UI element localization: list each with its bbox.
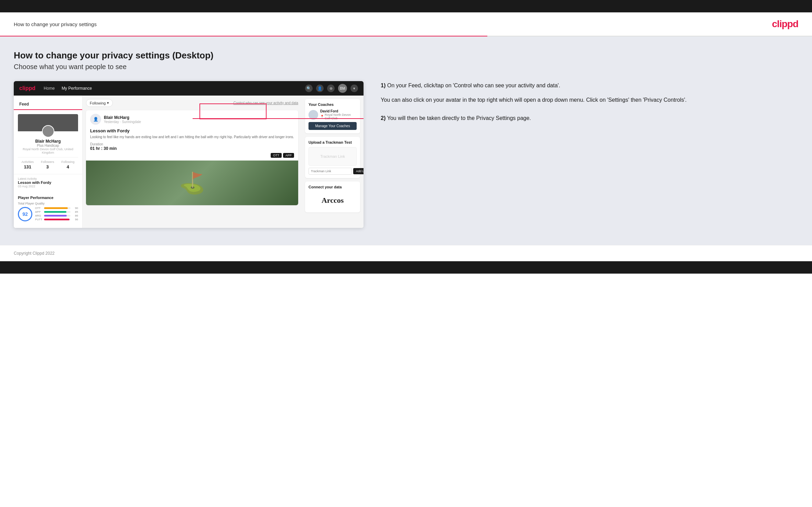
app-screenshot: clippd Home My Performance 🔍 👤 ⊕ BM ▾ bbox=[14, 81, 364, 228]
person-icon[interactable]: 👤 bbox=[316, 85, 324, 92]
profile-stats: Activities 131 Followers 3 Following 4 bbox=[18, 157, 78, 170]
profile-handicap: Plus Handicap bbox=[18, 144, 78, 147]
following-label: Following bbox=[61, 160, 74, 164]
trackman-title: Upload a Trackman Test bbox=[308, 140, 357, 144]
main-content: How to change your privacy settings (Des… bbox=[0, 36, 812, 245]
perf-content: 92 OTT 90 APP bbox=[18, 207, 78, 222]
activity-user-avatar: 👤 bbox=[90, 114, 101, 125]
coach-avatar bbox=[308, 110, 318, 120]
profile-banner bbox=[18, 114, 78, 131]
header-title: How to change your privacy settings bbox=[14, 21, 97, 27]
bottom-bar bbox=[0, 261, 812, 274]
app-right-panel: Your Coaches David Ford 📍 Royal North De… bbox=[302, 96, 364, 228]
profile-card: Blair McHarg Plus Handicap Royal North D… bbox=[14, 110, 82, 174]
latest-activity-date: 03 Aug 2022 bbox=[18, 185, 78, 188]
following-button[interactable]: Following ▾ bbox=[86, 99, 113, 107]
app-sidebar: Feed Blair McHarg Plus Handicap Royal No… bbox=[14, 96, 83, 228]
coach-item: David Ford 📍 Royal North Devon Golf Club bbox=[308, 109, 357, 120]
arccos-title: Connect your data bbox=[308, 185, 357, 189]
activity-header: 👤 Blair McHarg Yesterday · Sunningdale bbox=[86, 110, 298, 128]
trackman-placeholder: Trackman Link bbox=[308, 147, 357, 166]
bar-ott: OTT 90 bbox=[35, 207, 78, 210]
following-bar: Following ▾ Control who can see your act… bbox=[86, 99, 298, 107]
activity-duration: Duration 01 hr : 30 min bbox=[86, 142, 298, 153]
logo: clippd bbox=[772, 19, 798, 30]
activities-label: Activities bbox=[21, 160, 34, 164]
instruction-1-text-2: You can also click on your avatar in the… bbox=[381, 96, 795, 104]
nav-home[interactable]: Home bbox=[44, 86, 55, 91]
instruction-1: 1) On your Feed, click/tap on 'Control w… bbox=[381, 81, 795, 104]
content-layout: clippd Home My Performance 🔍 👤 ⊕ BM ▾ bbox=[14, 81, 798, 228]
latest-activity-label: Latest Activity bbox=[18, 177, 78, 180]
activity-card: 👤 Blair McHarg Yesterday · Sunningdale L… bbox=[86, 110, 298, 205]
latest-activity-name: Lesson with Fordy bbox=[18, 180, 78, 185]
coaches-title: Your Coaches bbox=[308, 102, 357, 107]
instructions-panel: 1) On your Feed, click/tap on 'Control w… bbox=[377, 81, 798, 128]
following-value: 4 bbox=[67, 164, 69, 169]
app-navbar: clippd Home My Performance 🔍 👤 ⊕ BM ▾ bbox=[14, 81, 364, 96]
stat-activities: Activities 131 bbox=[21, 160, 34, 170]
activity-tags: OTT APP bbox=[86, 153, 298, 161]
nav-my-performance[interactable]: My Performance bbox=[62, 86, 92, 91]
trackman-input-row: Add Link bbox=[308, 168, 357, 175]
app-feed: Following ▾ Control who can see your act… bbox=[83, 96, 302, 228]
perf-score-circle: 92 bbox=[18, 207, 32, 221]
trackman-add-button[interactable]: Add Link bbox=[353, 168, 364, 174]
activity-description: Looking to feel like my hands are exitin… bbox=[86, 135, 298, 142]
top-bar bbox=[0, 0, 812, 12]
feed-tab[interactable]: Feed bbox=[14, 99, 82, 110]
app-nav-links: Home My Performance bbox=[44, 86, 92, 91]
tag-app: APP bbox=[283, 153, 294, 158]
activity-user-name: Blair McHarg bbox=[104, 115, 141, 120]
add-icon[interactable]: ⊕ bbox=[327, 85, 335, 92]
arccos-widget: Connect your data Arccos bbox=[305, 181, 360, 212]
coaches-widget: Your Coaches David Ford 📍 Royal North De… bbox=[305, 99, 360, 133]
page-heading: How to change your privacy settings (Des… bbox=[14, 50, 798, 61]
bar-app: APP 85 bbox=[35, 210, 78, 213]
app-nav-icons: 🔍 👤 ⊕ BM ▾ bbox=[305, 84, 358, 93]
coach-club: 📍 Royal North Devon Golf Club bbox=[320, 113, 357, 120]
app-screenshot-wrapper: clippd Home My Performance 🔍 👤 ⊕ BM ▾ bbox=[14, 81, 364, 228]
trackman-input[interactable] bbox=[308, 168, 352, 175]
activity-location: Yesterday · Sunningdale bbox=[104, 120, 141, 124]
control-link[interactable]: Control who can see your activity and da… bbox=[234, 101, 298, 105]
footer: Copyright Clippd 2022 bbox=[0, 245, 812, 261]
profile-name: Blair McHarg bbox=[18, 139, 78, 144]
perf-bars: OTT 90 APP 85 bbox=[35, 207, 78, 222]
user-avatar[interactable]: BM bbox=[338, 84, 347, 93]
bar-putt: PUTT 96 bbox=[35, 218, 78, 221]
stat-following: Following 4 bbox=[61, 160, 74, 170]
trackman-widget: Upload a Trackman Test Trackman Link Add… bbox=[305, 137, 360, 178]
manage-coaches-button[interactable]: Manage Your Coaches bbox=[308, 122, 357, 130]
player-performance: Player Performance Total Player Quality … bbox=[14, 193, 82, 224]
tag-ott: OTT bbox=[271, 153, 282, 158]
arccos-brand: Arccos bbox=[308, 192, 357, 209]
followers-value: 3 bbox=[46, 164, 49, 169]
player-perf-title: Player Performance bbox=[18, 196, 78, 200]
latest-activity: Latest Activity Lesson with Fordy 03 Aug… bbox=[14, 174, 82, 191]
activities-value: 131 bbox=[24, 164, 31, 169]
app-body: Feed Blair McHarg Plus Handicap Royal No… bbox=[14, 96, 364, 228]
instruction-1-number: 1) bbox=[381, 82, 386, 88]
chevron-down-icon[interactable]: ▾ bbox=[350, 85, 358, 92]
search-icon[interactable]: 🔍 bbox=[305, 85, 313, 92]
instruction-2-number: 2) bbox=[381, 115, 386, 121]
activity-image: ⛳ bbox=[86, 161, 298, 205]
app-logo: clippd bbox=[19, 85, 35, 91]
followers-label: Followers bbox=[41, 160, 54, 164]
instruction-1-text-1: On your Feed, click/tap on 'Control who … bbox=[387, 82, 560, 88]
bar-arg: ARG 86 bbox=[35, 214, 78, 217]
page-subheading: Choose what you want people to see bbox=[14, 63, 798, 71]
instruction-2-text: 2) You will then be taken directly to th… bbox=[381, 114, 795, 123]
coach-name: David Ford bbox=[320, 109, 357, 113]
header: How to change your privacy settings clip… bbox=[0, 12, 812, 36]
profile-club: Royal North Devon Golf Club, United King… bbox=[18, 147, 78, 154]
activity-title: Lesson with Fordy bbox=[86, 128, 298, 135]
profile-avatar bbox=[42, 125, 54, 137]
footer-text: Copyright Clippd 2022 bbox=[14, 251, 55, 256]
instruction-2: 2) You will then be taken directly to th… bbox=[381, 114, 795, 123]
activity-duration-value: 01 hr : 30 min bbox=[90, 146, 117, 151]
stat-followers: Followers 3 bbox=[41, 160, 54, 170]
perf-quality-label: Total Player Quality bbox=[18, 202, 78, 205]
